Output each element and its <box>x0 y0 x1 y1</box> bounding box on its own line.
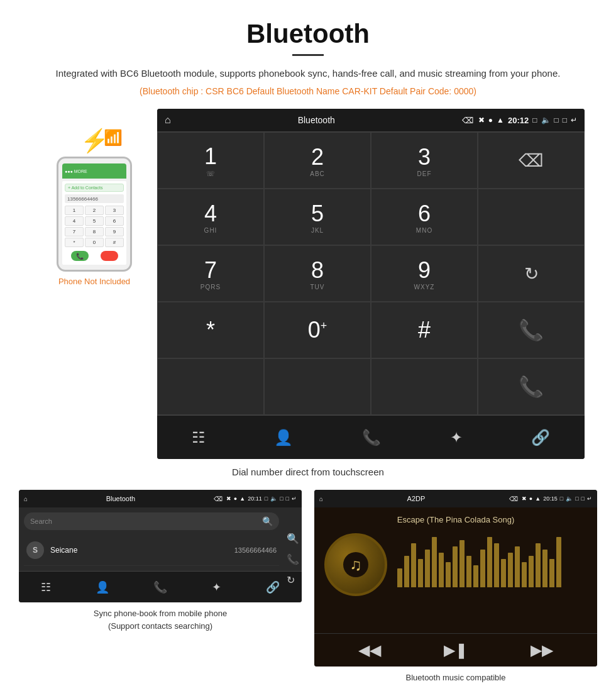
nav-phone-icon[interactable]: 📞 <box>362 429 381 446</box>
phone-key-0: 0 <box>85 238 104 247</box>
main-section: ⚡ 📶 ●●● MORE + Add to Contacts 135666644… <box>0 109 616 459</box>
music-note-icon: ♫ <box>349 555 362 575</box>
side-refresh-icon[interactable]: ↻ <box>287 574 299 586</box>
dial-call-green-btn[interactable]: 📞 <box>478 302 585 358</box>
signal-icon: ▲ <box>497 116 504 124</box>
music-sig-icon: ▲ <box>535 495 541 502</box>
location-icon: ● <box>488 116 493 124</box>
music-back-icon: ↵ <box>587 495 592 502</box>
dial-status-bar: ⌂ Bluetooth ⌫ ✖ ● ▲ 20:12 □ 🔈 □ □ ↵ <box>157 109 585 131</box>
phone-key-star: * <box>65 238 84 247</box>
phone-screen: + Add to Contacts 13566664466 1 2 3 4 5 … <box>62 181 126 265</box>
dial-screen-title: Bluetooth <box>176 115 457 125</box>
music-vol-icon: 🔈 <box>566 495 573 502</box>
phone-key-6: 6 <box>105 216 124 226</box>
search-bar[interactable]: Search 🔍 <box>24 512 279 530</box>
contact-number: 13566664466 <box>234 546 277 554</box>
signal-waves-icon: 📶 <box>104 130 123 145</box>
mini-sig-icon: ▲ <box>239 495 245 502</box>
phonebook-caption: Sync phone-book from mobile phone(Suppor… <box>94 607 227 632</box>
phone-keypad: 1 2 3 4 5 6 7 8 9 * 0 # <box>65 206 124 247</box>
dial-key-0[interactable]: 0+ <box>264 302 371 358</box>
dial-key-5[interactable]: 5 JKL <box>264 189 371 245</box>
nav-link-icon[interactable]: 🔗 <box>531 429 550 446</box>
phone-key-5: 5 <box>85 216 104 226</box>
bottom-screens-section: ⌂ Bluetooth ⌫ ✖ ● ▲ 20:11 □ 🔈 □ □ ↵ <box>0 490 616 686</box>
dial-key-1[interactable]: 1 ☏ <box>157 132 264 189</box>
music-home-icon: ⌂ <box>319 495 323 502</box>
mini-usb-icon: ⌫ <box>214 495 223 502</box>
phone-key-2: 2 <box>85 206 104 215</box>
add-contact-label: + Add to Contacts <box>65 184 124 192</box>
music-cam-icon: □ <box>560 495 563 502</box>
dial-key-9[interactable]: 9 WXYZ <box>371 245 478 302</box>
volume-icon: 🔈 <box>541 116 551 124</box>
mini-win-icon: □ <box>286 495 289 502</box>
mini-nav-link-icon[interactable]: 🔗 <box>266 580 280 594</box>
camera-icon: □ <box>532 116 537 124</box>
music-wrap: ⌂ A2DP ⌫ ✖ ● ▲ 20:15 □ 🔈 □ □ ↵ Escape (T… <box>314 490 597 686</box>
phone-key-8: 8 <box>85 227 104 236</box>
mini-loc-icon: ● <box>234 495 237 502</box>
music-disp-icon: □ <box>575 495 578 502</box>
mini-nav-grid-icon[interactable]: ☷ <box>41 580 51 594</box>
usb-icon: ⌫ <box>462 116 473 125</box>
home-icon: ⌂ <box>165 114 171 126</box>
album-art: ♫ <box>324 533 387 596</box>
phonebook-status-icons: ✖ ● ▲ 20:11 □ 🔈 □ □ ↵ <box>226 495 297 502</box>
dial-key-hash[interactable]: # <box>371 302 478 358</box>
side-search-icon[interactable]: 🔍 <box>287 533 299 545</box>
backspace-icon: ⌫ <box>519 150 544 171</box>
title-divider <box>292 54 324 56</box>
page-title: Bluetooth <box>0 0 616 54</box>
mini-cam-icon: □ <box>265 495 268 502</box>
mini-disp-icon: □ <box>280 495 283 502</box>
mini-bt-icon: ✖ <box>226 495 231 502</box>
back-icon: ↵ <box>571 116 577 124</box>
window-icon: □ <box>563 116 567 124</box>
music-loc-icon: ● <box>529 495 532 502</box>
dial-key-7[interactable]: 7 PQRS <box>157 245 264 302</box>
mini-nav-bt-icon[interactable]: ✦ <box>212 580 221 594</box>
dial-key-8[interactable]: 8 TUV <box>264 245 371 302</box>
mini-nav-phone-icon[interactable]: 📞 <box>153 580 167 594</box>
phonebook-screen: ⌂ Bluetooth ⌫ ✖ ● ▲ 20:11 □ 🔈 □ □ ↵ <box>19 490 302 602</box>
dial-key-star[interactable]: * <box>157 302 264 358</box>
dial-cell-backspace[interactable]: ⌫ <box>478 132 585 189</box>
phonebook-inner: Search 🔍 S Seicane 13566664466 <box>19 507 302 571</box>
call-accept-icon: 📞 <box>519 318 544 342</box>
dial-key-6[interactable]: 6 MNO <box>371 189 478 245</box>
phone-key-4: 4 <box>65 216 84 226</box>
refresh-icon: ↻ <box>524 263 539 284</box>
phone-illustration: ⚡ 📶 ●●● MORE + Add to Contacts 135666644… <box>31 109 157 286</box>
nav-grid-icon[interactable]: ☷ <box>192 429 206 446</box>
play-pause-btn[interactable]: ▶❚ <box>444 641 468 659</box>
dial-cell-refresh[interactable]: ↻ <box>478 245 585 302</box>
dial-caption: Dial number direct from touchscreen <box>0 467 616 477</box>
nav-contacts-icon[interactable]: 👤 <box>274 429 293 446</box>
phonebook-screen-title: Bluetooth <box>31 495 210 502</box>
phonebook-body: Search 🔍 S Seicane 13566664466 🔍 📞 ↻ <box>19 507 302 571</box>
dial-call-red-btn[interactable]: 📞 <box>478 358 585 415</box>
music-controls: ◀◀ ▶❚ ▶▶ <box>314 633 597 667</box>
phone-key-3: 3 <box>105 206 124 215</box>
dial-key-4[interactable]: 4 GHI <box>157 189 264 245</box>
contact-row[interactable]: S Seicane 13566664466 <box>24 535 279 566</box>
phone-end-btn <box>101 251 118 261</box>
next-track-btn[interactable]: ▶▶ <box>531 641 553 659</box>
nav-bluetooth-icon[interactable]: ✦ <box>450 429 463 446</box>
music-visualizer <box>397 539 587 590</box>
mini-nav-person-icon[interactable]: 👤 <box>96 580 109 594</box>
phone-top-label: ●●● MORE <box>65 169 87 174</box>
prev-track-btn[interactable]: ◀◀ <box>358 641 381 659</box>
phone-key-7: 7 <box>65 227 84 236</box>
dial-empty-5a <box>157 358 264 415</box>
phone-key-hash: # <box>105 238 124 247</box>
dial-key-3[interactable]: 3 DEF <box>371 132 478 189</box>
side-phone-icon[interactable]: 📞 <box>287 553 299 565</box>
phone-call-btn: 📞 <box>71 251 89 261</box>
dial-key-2[interactable]: 2 ABC <box>264 132 371 189</box>
phone-key-1: 1 <box>65 206 84 215</box>
phonebook-wrap: ⌂ Bluetooth ⌫ ✖ ● ▲ 20:11 □ 🔈 □ □ ↵ <box>19 490 302 686</box>
display-icon: □ <box>554 116 559 124</box>
